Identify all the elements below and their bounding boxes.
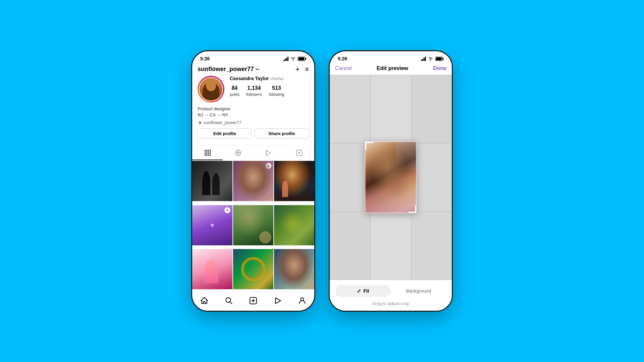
grid-icon bbox=[204, 149, 211, 157]
avatar-container[interactable] bbox=[198, 76, 224, 103]
svg-marker-15 bbox=[266, 150, 271, 156]
photo-preview-image bbox=[365, 141, 417, 214]
grid-cell-9[interactable] bbox=[274, 249, 314, 289]
menu-icon[interactable]: ≡ bbox=[305, 65, 309, 73]
edit-cell-1-3 bbox=[411, 75, 452, 143]
tab-reels[interactable] bbox=[223, 146, 253, 160]
ig-username-area[interactable]: sunflower_power77 bbox=[198, 66, 259, 73]
edit-cell-3-3 bbox=[411, 212, 452, 280]
reel-icon-4: ● bbox=[224, 207, 230, 213]
username-text: sunflower_power77 bbox=[198, 66, 254, 73]
status-icons-1 bbox=[283, 57, 306, 61]
phone-1-instagram-profile: 5:26 bbox=[191, 50, 315, 312]
tab-video[interactable] bbox=[253, 146, 284, 160]
profile-link-text: sunflower_power77 bbox=[204, 120, 241, 125]
profile-section: Cassandra Taylor she/her 84 posts 1,134 … bbox=[192, 76, 314, 145]
svg-rect-28 bbox=[436, 57, 442, 60]
svg-rect-27 bbox=[443, 58, 444, 60]
chevron-down-icon bbox=[255, 68, 259, 71]
status-icons-2 bbox=[421, 57, 444, 61]
cancel-button[interactable]: Cancel bbox=[335, 65, 352, 71]
background-button[interactable]: Background bbox=[391, 285, 446, 297]
tab-grid[interactable] bbox=[192, 146, 223, 160]
nav-add[interactable] bbox=[249, 296, 258, 305]
search-icon bbox=[224, 296, 233, 305]
profile-buttons: Edit profile Share profile bbox=[198, 128, 309, 139]
profile-name-area: Cassandra Taylor she/her 84 posts 1,134 … bbox=[230, 76, 309, 97]
nav-search[interactable] bbox=[224, 296, 233, 305]
crop-handles bbox=[365, 141, 417, 214]
edit-cell-3-1 bbox=[330, 212, 370, 280]
posts-count: 84 bbox=[230, 85, 239, 91]
wifi-icon-2 bbox=[428, 57, 434, 61]
profile-bio: Product designer NJ → CA → NY bbox=[198, 106, 309, 118]
profile-icon bbox=[298, 296, 307, 305]
done-button[interactable]: Done bbox=[433, 65, 446, 71]
svg-point-10 bbox=[237, 152, 239, 154]
ig-header: sunflower_power77 + ≡ bbox=[192, 63, 314, 76]
edit-profile-button[interactable]: Edit profile bbox=[198, 128, 252, 139]
status-time-2: 5:26 bbox=[338, 56, 347, 61]
edit-tools: ⤢ Fit Background Drag to adjust crop bbox=[330, 280, 452, 311]
svg-rect-8 bbox=[208, 154, 210, 156]
fit-background-row: ⤢ Fit Background bbox=[335, 285, 446, 297]
profile-name: Cassandra Taylor bbox=[230, 76, 269, 81]
wifi-icon bbox=[290, 57, 296, 61]
svg-rect-6 bbox=[208, 150, 210, 152]
stat-posts: 84 posts bbox=[230, 85, 239, 97]
phones-container: 5:26 bbox=[191, 50, 453, 312]
following-count: 513 bbox=[269, 85, 284, 91]
svg-rect-3 bbox=[299, 57, 304, 60]
photo-preview[interactable] bbox=[365, 141, 417, 214]
edit-grid-area bbox=[330, 75, 452, 280]
add-post-icon[interactable]: + bbox=[295, 66, 300, 73]
background-label: Background bbox=[406, 288, 431, 294]
bio-line1: Product designer bbox=[198, 106, 309, 112]
ig-header-icons: + ≡ bbox=[295, 65, 309, 73]
edit-header: Cancel Edit preview Done bbox=[330, 63, 452, 75]
svg-marker-23 bbox=[275, 298, 280, 303]
grid-cell-7[interactable] bbox=[192, 249, 232, 289]
nav-profile[interactable] bbox=[298, 296, 307, 305]
svg-point-25 bbox=[430, 60, 431, 61]
bio-line2: NJ → CA → NY bbox=[198, 112, 309, 118]
status-bar-2: 5:26 bbox=[330, 51, 452, 63]
svg-point-0 bbox=[293, 60, 293, 61]
status-time-1: 5:26 bbox=[200, 56, 210, 61]
grid-cell-4[interactable]: ● ♥ bbox=[192, 205, 232, 245]
stat-followers[interactable]: 1,134 followers bbox=[246, 85, 262, 97]
battery-icon bbox=[298, 57, 306, 61]
reels-tab-icon bbox=[234, 149, 242, 157]
share-profile-button[interactable]: Share profile bbox=[255, 128, 309, 139]
tabs-row bbox=[192, 145, 314, 160]
grid-cell-3[interactable] bbox=[274, 161, 314, 201]
grid-cell-6[interactable] bbox=[274, 205, 314, 245]
nav-reels[interactable] bbox=[273, 296, 282, 305]
svg-rect-2 bbox=[305, 58, 306, 60]
avatar-face bbox=[200, 78, 222, 101]
edit-cell-2-3 bbox=[411, 143, 452, 212]
following-label: following bbox=[269, 92, 284, 97]
reels-icon bbox=[273, 296, 282, 305]
tab-tagged[interactable] bbox=[284, 146, 314, 160]
svg-line-19 bbox=[230, 302, 232, 304]
grid-cell-2[interactable]: ● bbox=[233, 161, 273, 201]
grid-cell-5[interactable] bbox=[233, 205, 273, 245]
signal-bars-2-icon bbox=[421, 57, 426, 61]
edit-cell-1-2 bbox=[370, 75, 411, 143]
edit-cell-2-1 bbox=[330, 143, 370, 212]
posts-label: posts bbox=[230, 92, 239, 97]
profile-link[interactable]: sunflower_power77 bbox=[198, 120, 309, 125]
phone2-content: Cancel Edit preview Done bbox=[330, 63, 452, 311]
edit-cell-3-2 bbox=[370, 212, 411, 280]
fit-button[interactable]: ⤢ Fit bbox=[335, 285, 391, 297]
followers-label: followers bbox=[246, 92, 262, 97]
stat-following[interactable]: 513 following bbox=[269, 85, 284, 97]
followers-count: 1,134 bbox=[246, 85, 262, 91]
video-tab-icon bbox=[265, 149, 272, 157]
grid-cell-8[interactable] bbox=[233, 249, 273, 289]
grid-cell-1[interactable] bbox=[192, 161, 232, 201]
bottom-nav bbox=[192, 292, 314, 311]
nav-home[interactable] bbox=[200, 296, 209, 305]
phone-2-edit-preview: 5:26 bbox=[329, 50, 453, 312]
